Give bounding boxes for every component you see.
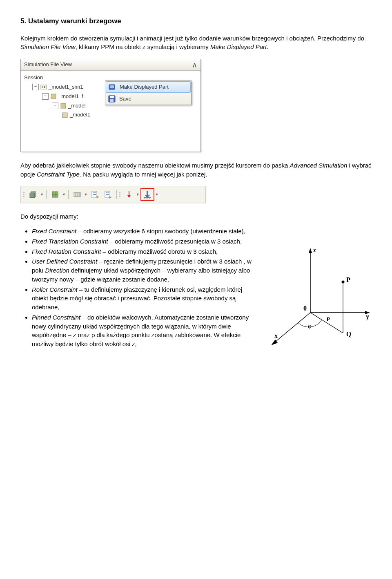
list-item: Fixed Translation Constraint – odbieramy… — [32, 237, 253, 246]
rho-label: ρ — [327, 315, 330, 321]
list-item: Roller Constraint – tu definiujemy płasz… — [32, 285, 253, 312]
part-icon — [60, 103, 67, 109]
origin-label: 0 — [303, 305, 307, 312]
svg-rect-25 — [106, 192, 109, 193]
menu-make-displayed-part[interactable]: Make Displayed Part — [106, 81, 191, 93]
tree-label: _model — [68, 102, 86, 110]
context-menu: Make Displayed Part Save — [105, 80, 192, 105]
panel-title-text: Simulation File View — [24, 61, 72, 69]
list-item: User Defined Constraint – ręcznie defini… — [32, 257, 253, 284]
term: Advanced Simulation — [290, 162, 347, 169]
text: , klikamy PPM na obiekt z symulacją i wy… — [76, 43, 210, 50]
svg-marker-12 — [30, 193, 35, 198]
menu-save[interactable]: Save — [105, 93, 191, 105]
paragraph-1: Kolejnym krokiem do stworzenia symulacji… — [20, 34, 372, 52]
svg-rect-10 — [110, 99, 114, 102]
y-label: y — [366, 313, 369, 320]
text: Aby odebrać jakiekolwiek stopnie swobody… — [20, 162, 290, 169]
menu-item-label: Make Displayed Part — [120, 83, 169, 91]
tree-label: _model1 — [70, 111, 90, 119]
paragraph-2: Aby odebrać jakiekolwiek stopnie swobody… — [20, 161, 372, 179]
svg-rect-2 — [44, 86, 45, 88]
svg-marker-37 — [309, 248, 312, 253]
z-label: z — [313, 246, 316, 253]
expand-icon[interactable]: − — [52, 103, 58, 109]
text: . — [267, 43, 268, 50]
svg-rect-5 — [62, 113, 67, 118]
svg-line-40 — [274, 313, 310, 343]
svg-rect-7 — [110, 85, 114, 88]
svg-rect-4 — [61, 103, 66, 108]
grip-icon — [119, 192, 120, 197]
toolbar-button[interactable] — [89, 189, 101, 200]
svg-rect-22 — [93, 194, 96, 195]
toolbar-button[interactable] — [49, 189, 61, 200]
q-label: Q — [346, 331, 351, 338]
text: – odbieramy wszystkie 6 stopni swobody (… — [76, 228, 245, 235]
svg-point-44 — [342, 281, 345, 284]
text: – odbieramy możliwość przesunięcia w 3 o… — [108, 238, 242, 245]
screenshot-simulation-file-view: Simulation File View ∧ Session − _model1… — [20, 59, 372, 152]
text: – odbieramy możliwość obrotu w 3 osiach, — [101, 248, 218, 255]
tree-item[interactable]: _model1 — [22, 110, 199, 120]
term: Fixed Translation Constraint — [32, 238, 108, 245]
p-label: P — [346, 276, 350, 283]
part-icon — [50, 93, 57, 100]
collapse-icon[interactable]: ∧ — [192, 61, 197, 69]
term: Fixed Constraint — [32, 228, 76, 235]
menu-item-label: Save — [119, 95, 131, 103]
screenshot-toolbar: ▼ ▼ ▼ ▼ ▼ — [20, 186, 372, 203]
list-item: Fixed Rotation Constraint – odbieramy mo… — [32, 247, 253, 256]
term: Constraint Type — [37, 171, 80, 178]
term: User Defined Constraint — [32, 258, 97, 265]
x-label: x — [274, 332, 278, 339]
term: Direction — [45, 267, 69, 274]
term: Pinned Constraint — [32, 314, 80, 321]
svg-rect-26 — [106, 194, 109, 195]
toolbar-constraint-button[interactable] — [140, 188, 154, 201]
constraint-list: Fixed Constraint – odbieramy wszystkie 6… — [32, 227, 253, 349]
svg-rect-1 — [42, 86, 43, 88]
display-part-icon — [108, 83, 116, 91]
svg-rect-3 — [51, 94, 56, 99]
expand-icon[interactable]: − — [42, 93, 49, 100]
toolbar-button[interactable] — [71, 189, 83, 200]
list-item: Pinned Constraint – do obiektów walcowyc… — [32, 313, 253, 349]
grip-icon — [23, 192, 24, 197]
sim-icon — [40, 84, 47, 90]
cylindrical-coord-diagram: z y x 0 P Q φ ρ — [265, 243, 372, 349]
tree-label: _model1_sim1 — [49, 83, 83, 91]
svg-rect-29 — [147, 191, 148, 195]
text: Kolejnym krokiem do stworzenia symulacji… — [20, 35, 364, 42]
paragraph-3: Do dyspozycji mamy: — [20, 212, 372, 221]
toolbar-button[interactable] — [102, 189, 114, 200]
svg-marker-28 — [127, 195, 131, 198]
text: . Na pasku wygląda to mniej więcej jak p… — [80, 171, 207, 178]
svg-rect-9 — [110, 96, 114, 98]
section-heading: 5. Ustalamy warunki brzegowe — [20, 16, 372, 27]
term: Simulation File View — [20, 43, 76, 50]
term: Fixed Rotation Constraint — [32, 248, 101, 255]
list-item: Fixed Constraint – odbieramy wszystkie 6… — [32, 227, 253, 236]
tree-label: Session — [24, 74, 43, 82]
part-icon — [62, 112, 68, 118]
svg-rect-21 — [93, 192, 96, 193]
expand-icon[interactable]: − — [32, 84, 39, 90]
save-icon — [108, 95, 116, 103]
phi-label: φ — [308, 323, 312, 329]
toolbar-button[interactable] — [27, 189, 39, 200]
term: Make Displayed Part — [210, 43, 267, 50]
panel-titlebar: Simulation File View ∧ — [21, 59, 200, 71]
tree-label: _model1_f — [58, 93, 83, 101]
toolbar-force-button[interactable] — [123, 189, 135, 200]
term: Roller Constraint — [32, 286, 78, 293]
